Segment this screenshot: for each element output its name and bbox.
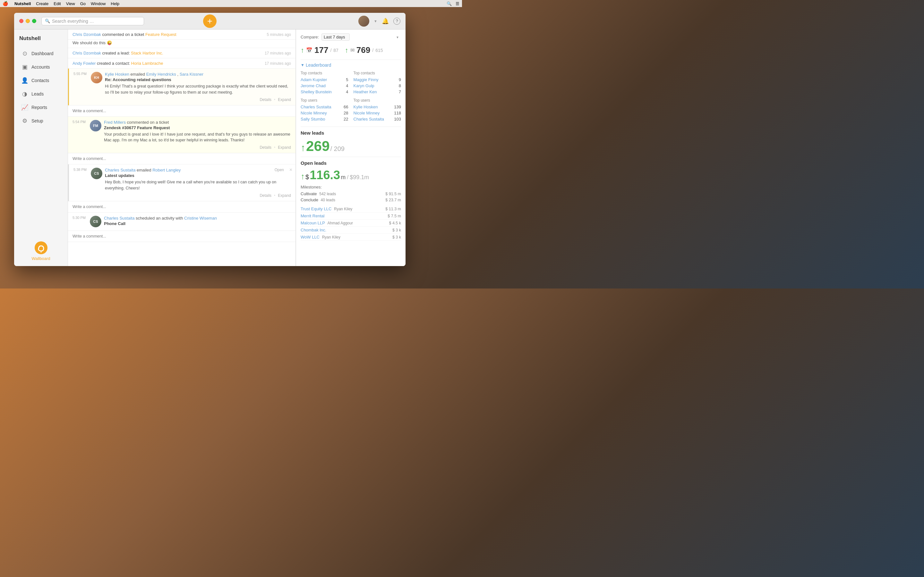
lb-users-right: Top users Kylie Hosken 139 Nicole Minney… <box>354 98 401 122</box>
leaderboard-title: Leaderboard <box>306 63 331 68</box>
lb-contact-heather[interactable]: Heather Ken <box>354 89 377 94</box>
open-leads-arrow-icon: ↑ <box>300 171 305 181</box>
search-bar[interactable]: 🔍 Search everything … <box>41 17 144 25</box>
actor-charles-2[interactable]: Charles Sustaita <box>104 216 134 221</box>
menubar-create[interactable]: Create <box>36 1 48 6</box>
target-horia[interactable]: Horia Lambrache <box>131 61 163 66</box>
actor-chris-1[interactable]: Chris Dzombak <box>73 32 101 37</box>
wallboard-link[interactable]: Wallboard <box>31 256 50 261</box>
lb-users-left: Top users Charles Sustaita 66 Nicole Min… <box>300 98 349 122</box>
menubar-view[interactable]: View <box>66 1 75 6</box>
lb-user-sally[interactable]: Sally Stumbo <box>300 117 325 121</box>
lead-amount-chombak: $ 3 k <box>393 228 401 232</box>
activity-text-1: Chris Dzombak commented on a ticket Feat… <box>73 32 176 37</box>
lb-user-charles-2[interactable]: Charles Sustaita <box>354 117 384 121</box>
lb-user-nicole-1-count: 28 <box>344 111 348 115</box>
actor-andy[interactable]: Andy Fowler <box>73 61 95 66</box>
compare-select[interactable]: Last 7 days Last 30 days Last 90 days <box>321 33 350 41</box>
actor-kylie[interactable]: Kylie Hosken <box>105 72 129 77</box>
lead-company-malcoun[interactable]: Malcoun LLP <box>300 221 325 226</box>
write-comment-scheduled[interactable] <box>68 231 296 242</box>
ticket-subject-fred: Zendesk #30677 Feature Request <box>104 125 291 130</box>
details-link-kylie[interactable]: Details <box>260 97 271 102</box>
actor-charles[interactable]: Charles Sustaita <box>105 168 136 172</box>
lead-company-wow[interactable]: WoW LLC <box>300 235 320 239</box>
write-comment-charles[interactable] <box>68 201 296 213</box>
sidebar-item-contacts[interactable]: 👤 Contacts <box>16 74 66 87</box>
open-leads-compare: $99.1m <box>350 174 369 181</box>
avatar-dropdown-icon[interactable]: ▼ <box>374 19 377 23</box>
close-button[interactable] <box>19 19 23 23</box>
lb-user-nicole-1[interactable]: Nicole Minney <box>300 111 327 115</box>
details-link-charles[interactable]: Details <box>260 193 271 198</box>
menubar-nutshell[interactable]: Nutshell <box>15 1 31 6</box>
time-scheduled: 5:30 PM <box>73 216 87 227</box>
target-feature-request[interactable]: Feature Request <box>145 32 176 37</box>
write-comment-kylie[interactable] <box>68 105 296 117</box>
new-leads-numbers: ↑ 269 / 209 <box>300 138 401 154</box>
fullscreen-button[interactable] <box>32 19 36 23</box>
avatar-kylie: KH <box>91 72 102 83</box>
menubar-search-icon[interactable]: 🔍 <box>447 1 452 6</box>
lb-contact-shelley[interactable]: Shelley Bunstein <box>300 89 332 94</box>
user-avatar[interactable] <box>359 16 369 27</box>
email-icon: ✉ <box>351 47 355 53</box>
target-stack-harbor[interactable]: Stack Harbor Inc. <box>131 51 163 55</box>
milestones-label: Milestones: <box>300 185 401 189</box>
add-button[interactable]: + <box>203 15 216 28</box>
lb-user-kylie[interactable]: Kylie Hosken <box>354 105 378 109</box>
lead-company-chombak[interactable]: Chombak Inc. <box>300 227 326 232</box>
comment-input-charles[interactable] <box>73 203 291 210</box>
sidebar-item-setup[interactable]: ⚙ Setup <box>16 114 66 127</box>
close-icon-charles[interactable]: × <box>289 167 292 173</box>
sidebar-item-reports[interactable]: 📈 Reports <box>16 101 66 114</box>
emails-value: 769 <box>357 45 370 55</box>
lb-contact-adam[interactable]: Adam Kupster <box>300 77 327 82</box>
expand-link-kylie[interactable]: Expand <box>278 97 291 102</box>
actor-chris-2[interactable]: Chris Dzombak <box>73 51 101 55</box>
menubar-list-icon[interactable]: ☰ <box>456 1 459 6</box>
target-cristine[interactable]: Cristine Wiseman <box>184 216 217 221</box>
comment-input-kylie[interactable] <box>73 107 291 114</box>
menubar-window[interactable]: Window <box>91 1 105 6</box>
comment-input-scheduled[interactable] <box>73 233 291 240</box>
lb-user-row-2-left: Sally Stumbo 22 <box>300 116 349 122</box>
actor-fred[interactable]: Fred Millers <box>104 120 126 125</box>
open-link-charles[interactable]: Open <box>275 168 284 172</box>
lead-malcoun: Malcoun LLP Ahmad Aggour $ 4.5 k <box>300 219 401 227</box>
open-leads-divider: / <box>347 174 349 181</box>
menubar-help[interactable]: Help <box>111 1 120 6</box>
lb-contact-jerome[interactable]: Jerome Chad <box>300 83 326 88</box>
apple-menu[interactable]: 🍎 <box>3 1 8 6</box>
expand-link-fred[interactable]: Expand <box>278 145 291 150</box>
email-body-charles: Hey Bob, I hope you're doing well! Give … <box>105 179 291 191</box>
recipient-robert[interactable]: Robert Langley <box>152 168 181 172</box>
lb-user-nicole-2[interactable]: Nicole Minney <box>354 111 380 115</box>
sidebar-item-accounts[interactable]: ▣ Accounts <box>16 60 66 74</box>
notifications-icon[interactable]: 🔔 <box>382 18 389 25</box>
recipient-emily[interactable]: Emily Hendricks <box>146 72 176 77</box>
expand-link-charles[interactable]: Expand <box>278 193 291 198</box>
sidebar-item-dashboard[interactable]: ⊙ Dashboard <box>16 47 66 60</box>
menubar-edit[interactable]: Edit <box>53 1 61 6</box>
lb-contact-maggie[interactable]: Maggie Finny <box>354 77 379 82</box>
leads-list: Trust Equity LLC Ryan Kiley $ 11.3 m Mer… <box>300 205 401 241</box>
lb-user-row-0-right: Kylie Hosken 139 <box>354 104 401 110</box>
lb-contact-row-2-left: Shelley Bunstein 4 <box>300 89 349 95</box>
comment-input-fred[interactable] <box>73 155 291 162</box>
write-comment-fred[interactable] <box>68 153 296 164</box>
minimize-button[interactable] <box>26 19 30 23</box>
recipient-sara[interactable]: Sara Kissner <box>180 72 204 77</box>
lead-amount-trust: $ 11.3 m <box>385 207 401 211</box>
leaderboard-toggle[interactable]: ▼ Leaderboard <box>300 63 401 68</box>
ticket-content-fred: Fred Millers commented on a ticket Zende… <box>104 120 291 150</box>
sidebar-item-leads[interactable]: ◑ Leads <box>16 87 66 101</box>
menubar-go[interactable]: Go <box>80 1 86 6</box>
lb-contact-karyn[interactable]: Karyn Gulp <box>354 83 375 88</box>
lead-company-trust[interactable]: Trust Equity LLC <box>300 206 331 211</box>
lead-company-merrit[interactable]: Merrit Rental <box>300 213 325 218</box>
help-icon[interactable]: ? <box>393 18 401 25</box>
details-link-fred[interactable]: Details <box>260 145 271 150</box>
lb-user-charles[interactable]: Charles Sustaita <box>300 105 331 109</box>
search-input[interactable]: Search everything … <box>52 19 94 24</box>
